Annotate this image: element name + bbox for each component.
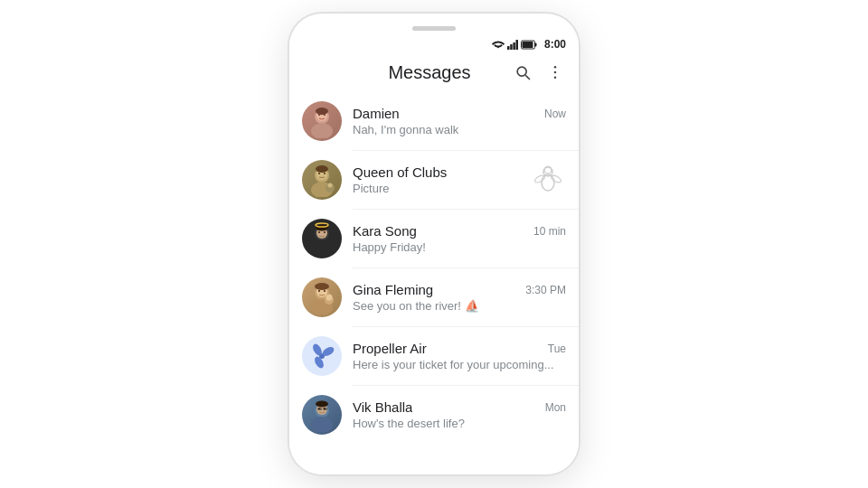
svg-point-49 — [311, 417, 333, 432]
conv-preview-gina: See you on the river! ⛵ — [353, 299, 566, 313]
conv-header-gina: Gina Fleming 3:30 PM — [353, 282, 566, 297]
svg-rect-2 — [513, 42, 515, 50]
conv-name-damien: Damien — [353, 106, 400, 121]
avatar-image-damien — [305, 104, 339, 138]
search-icon — [514, 63, 532, 81]
avatar-image-vik — [305, 398, 339, 432]
svg-point-30 — [311, 240, 333, 256]
conv-header-kara: Kara Song 10 min — [353, 223, 566, 239]
conversation-item-gina-fleming[interactable]: Gina Fleming 3:30 PM See you on the rive… — [289, 268, 579, 326]
conv-body-kara: Kara Song 10 min Happy Friday! — [353, 223, 566, 254]
svg-rect-1 — [510, 44, 513, 50]
search-button[interactable] — [510, 60, 535, 85]
conv-time-kara: 10 min — [533, 225, 566, 238]
svg-point-34 — [316, 225, 328, 231]
avatar-image-kara — [305, 221, 339, 256]
avatar-propeller-air — [302, 336, 342, 376]
svg-rect-3 — [515, 40, 518, 50]
svg-rect-5 — [534, 42, 536, 46]
svg-rect-0 — [507, 46, 510, 50]
svg-rect-55 — [323, 408, 327, 410]
conv-name-gina: Gina Fleming — [353, 282, 433, 297]
conversation-item-damien[interactable]: Damien Now Nah, I'm gonna walk — [289, 92, 579, 150]
conv-header-vik: Vik Bhalla Mon — [353, 399, 566, 415]
avatar-vik-bhalla — [302, 395, 342, 435]
avatar-gina-fleming — [302, 277, 342, 317]
conversation-item-propeller-air[interactable]: Propeller Air Tue Here is your ticket fo… — [289, 327, 579, 385]
svg-point-43 — [326, 295, 333, 301]
svg-point-11 — [311, 123, 333, 138]
svg-point-19 — [318, 173, 320, 174]
conv-thumbnail-qoc — [530, 162, 566, 198]
sticker-thumbnail — [531, 163, 565, 197]
svg-point-8 — [554, 71, 557, 74]
svg-point-26 — [533, 174, 545, 183]
avatar-queen-of-clubs — [302, 160, 342, 200]
conv-body-qoc: Queen of Clubs Picture — [353, 164, 519, 195]
svg-rect-6 — [522, 42, 533, 48]
svg-point-32 — [318, 231, 320, 233]
conv-body-damien: Damien Now Nah, I'm gonna walk — [353, 106, 566, 136]
signal-icon — [507, 40, 518, 50]
conversation-item-kara-song[interactable]: Kara Song 10 min Happy Friday! — [289, 210, 579, 267]
conv-body-gina: Gina Fleming 3:30 PM See you on the rive… — [353, 282, 566, 313]
avatar-kara-song — [302, 219, 342, 258]
conv-time-propeller: Tue — [548, 343, 566, 355]
conv-body-vik: Vik Bhalla Mon How's the desert life? — [353, 399, 566, 430]
conv-preview-propeller: Here is your ticket for your upcoming... — [353, 358, 566, 371]
svg-point-33 — [324, 231, 326, 233]
battery-icon — [521, 40, 537, 50]
app-bar-title: Messages — [349, 62, 510, 83]
phone-frame: 8:00 Messages — [289, 14, 579, 474]
conversation-list: Damien Now Nah, I'm gonna walk — [289, 92, 579, 474]
status-time: 8:00 — [544, 38, 566, 51]
conversation-item-queen-of-clubs[interactable]: Queen of Clubs Picture — [289, 151, 579, 209]
wifi-icon — [492, 40, 505, 50]
conv-preview-vik: How's the desert life? — [353, 417, 566, 430]
conv-body-propeller: Propeller Air Tue Here is your ticket fo… — [353, 341, 566, 371]
status-icons — [492, 40, 537, 50]
svg-point-15 — [316, 108, 328, 115]
svg-point-21 — [316, 165, 328, 173]
conv-name-propeller: Propeller Air — [353, 341, 427, 356]
svg-rect-54 — [317, 408, 322, 410]
conv-preview-kara: Happy Friday! — [353, 240, 566, 254]
conv-preview-damien: Nah, I'm gonna walk — [353, 123, 566, 136]
conv-time-vik: Mon — [545, 401, 566, 414]
conv-name-vik: Vik Bhalla — [353, 399, 412, 415]
conv-name-qoc: Queen of Clubs — [353, 164, 447, 180]
conv-header-qoc: Queen of Clubs — [353, 164, 519, 180]
svg-point-23 — [328, 183, 333, 188]
svg-point-40 — [324, 290, 326, 292]
svg-point-20 — [324, 173, 326, 174]
svg-point-7 — [554, 66, 557, 69]
conv-preview-qoc: Picture — [353, 182, 519, 195]
avatar-image-gina — [305, 280, 339, 314]
more-options-icon — [546, 63, 564, 81]
svg-point-41 — [315, 283, 329, 290]
conv-name-kara: Kara Song — [353, 223, 417, 239]
avatar-image-qoc — [305, 163, 339, 197]
avatar-image-propeller — [305, 339, 339, 373]
conv-header-propeller: Propeller Air Tue — [353, 341, 566, 356]
conv-header-damien: Damien Now — [353, 106, 566, 121]
avatar-damien — [302, 101, 342, 141]
app-bar-icons — [510, 60, 568, 85]
conversation-item-vik-bhalla[interactable]: Vik Bhalla Mon How's the desert life? — [289, 386, 579, 444]
more-options-button[interactable] — [542, 60, 568, 85]
svg-point-53 — [316, 401, 328, 408]
app-bar: Messages — [289, 52, 579, 92]
svg-point-27 — [550, 174, 561, 183]
conv-time-gina: 3:30 PM — [525, 284, 566, 296]
phone-speaker — [412, 26, 456, 31]
conv-time-damien: Now — [544, 108, 566, 120]
status-bar: 8:00 — [289, 34, 579, 52]
svg-point-9 — [554, 77, 557, 80]
svg-point-39 — [318, 290, 320, 292]
phone-screen: 8:00 Messages — [289, 34, 579, 474]
